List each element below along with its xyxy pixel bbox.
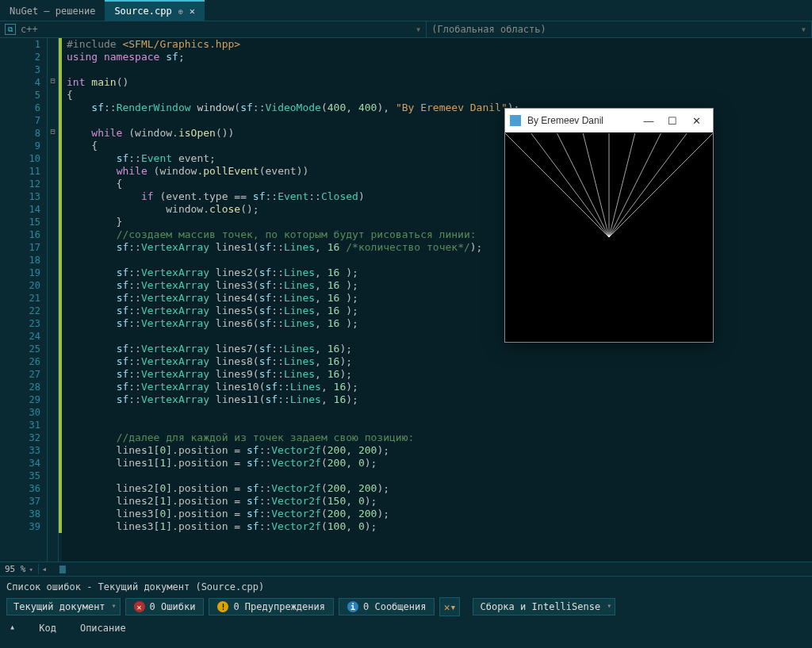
fold-toggle[interactable] bbox=[48, 406, 58, 419]
fold-toggle[interactable] bbox=[48, 165, 58, 178]
fold-toggle[interactable] bbox=[48, 216, 58, 228]
fold-toggle[interactable] bbox=[48, 89, 58, 102]
line-number: 17 bbox=[0, 241, 40, 254]
fold-toggle[interactable] bbox=[48, 368, 58, 381]
messages-filter[interactable]: i 0 Сообщения bbox=[339, 598, 435, 615]
fold-toggle[interactable] bbox=[48, 178, 58, 190]
fold-toggle[interactable] bbox=[48, 355, 58, 368]
code-line[interactable]: int main() bbox=[67, 76, 812, 89]
code-line[interactable] bbox=[67, 406, 812, 419]
fold-toggle[interactable] bbox=[48, 482, 58, 495]
line-number: 32 bbox=[0, 431, 40, 444]
code-line[interactable]: { bbox=[67, 89, 812, 102]
fold-toggle[interactable] bbox=[48, 228, 58, 241]
fold-toggle[interactable] bbox=[48, 470, 58, 482]
code-line[interactable] bbox=[67, 63, 812, 76]
line-fan bbox=[505, 132, 713, 342]
fold-toggle[interactable] bbox=[48, 495, 58, 508]
line-number: 36 bbox=[0, 482, 40, 495]
fold-toggle[interactable] bbox=[48, 381, 58, 393]
fold-toggle[interactable] bbox=[48, 51, 58, 63]
zoom-selector[interactable]: 95 % ▾ bbox=[0, 564, 39, 574]
fold-toggle[interactable] bbox=[48, 241, 58, 254]
window-titlebar[interactable]: By Eremeev Danil — ☐ ✕ bbox=[505, 109, 713, 132]
errors-filter[interactable]: ✕ 0 Ошибки bbox=[125, 598, 205, 615]
source-dropdown[interactable]: Сборка и IntelliSense bbox=[473, 598, 615, 615]
fold-toggle[interactable] bbox=[48, 317, 58, 330]
fold-toggle[interactable] bbox=[48, 102, 58, 114]
fold-toggle[interactable] bbox=[48, 330, 58, 343]
close-button[interactable]: ✕ bbox=[684, 115, 708, 127]
column-code[interactable]: Код bbox=[39, 623, 56, 634]
scroll-left-icon[interactable]: ◂ bbox=[39, 564, 50, 574]
fold-toggle[interactable] bbox=[48, 63, 58, 76]
scope-language[interactable]: ⧉ c++ ▾ bbox=[0, 21, 427, 37]
line-number: 15 bbox=[0, 216, 40, 228]
horizontal-scrollbar[interactable] bbox=[50, 564, 812, 575]
fold-toggle[interactable] bbox=[48, 140, 58, 152]
fold-toggle[interactable] bbox=[48, 343, 58, 355]
scope-global[interactable]: (Глобальная область) ▾ bbox=[427, 21, 812, 37]
code-line[interactable] bbox=[67, 470, 812, 482]
warnings-filter[interactable]: ! 0 Предупреждения bbox=[209, 598, 334, 615]
fold-toggle[interactable] bbox=[48, 152, 58, 165]
sfml-output-window[interactable]: By Eremeev Danil — ☐ ✕ bbox=[504, 108, 714, 343]
fold-column[interactable]: ⊟⊟ bbox=[48, 38, 59, 562]
code-line[interactable] bbox=[67, 419, 812, 431]
code-line[interactable]: //далее для каждой из точек задаем свою … bbox=[67, 431, 812, 444]
fold-toggle[interactable] bbox=[48, 444, 58, 457]
fold-toggle[interactable]: ⊟ bbox=[48, 76, 58, 89]
fold-toggle[interactable] bbox=[48, 266, 58, 279]
fold-toggle[interactable] bbox=[48, 254, 58, 266]
code-line[interactable]: lines1[0].position = sf::Vector2f(200, 2… bbox=[67, 444, 812, 457]
code-line[interactable]: using namespace sf; bbox=[67, 51, 812, 63]
fold-toggle[interactable] bbox=[48, 393, 58, 406]
fold-toggle[interactable]: ⊟ bbox=[48, 127, 58, 140]
fold-toggle[interactable] bbox=[48, 419, 58, 431]
code-line[interactable]: sf::VertexArray lines9(sf::Lines, 16); bbox=[67, 368, 812, 381]
fold-toggle[interactable] bbox=[48, 292, 58, 305]
line-number: 5 bbox=[0, 89, 40, 102]
clear-filter-button[interactable]: ✕▾ bbox=[439, 597, 460, 616]
pin-icon[interactable]: ⊕ bbox=[178, 7, 183, 16]
column-description[interactable]: Описание bbox=[80, 623, 126, 634]
code-line[interactable]: lines3[0].position = sf::Vector2f(200, 2… bbox=[67, 508, 812, 520]
close-icon[interactable]: ✕ bbox=[190, 6, 195, 17]
code-line[interactable]: sf::VertexArray lines7(sf::Lines, 16); bbox=[67, 343, 812, 355]
svg-line-6 bbox=[609, 133, 661, 237]
tab-source[interactable]: Source.cpp ⊕ ✕ bbox=[105, 0, 205, 21]
svg-line-7 bbox=[609, 133, 687, 237]
tab-nuget[interactable]: NuGet — решение bbox=[0, 0, 105, 21]
fold-toggle[interactable] bbox=[48, 305, 58, 317]
fold-toggle[interactable] bbox=[48, 508, 58, 520]
code-line[interactable]: lines2[1].position = sf::Vector2f(150, 0… bbox=[67, 495, 812, 508]
fold-toggle[interactable] bbox=[48, 520, 58, 533]
fold-toggle[interactable] bbox=[48, 114, 58, 127]
scroll-thumb[interactable] bbox=[59, 566, 66, 573]
window-title: By Eremeev Danil bbox=[527, 115, 637, 126]
fold-toggle[interactable] bbox=[48, 457, 58, 470]
line-number: 30 bbox=[0, 406, 40, 419]
error-list-header[interactable]: ▾ Код Описание bbox=[6, 616, 806, 640]
svg-line-8 bbox=[609, 133, 713, 237]
code-line[interactable]: lines2[0].position = sf::Vector2f(200, 2… bbox=[67, 482, 812, 495]
code-line[interactable]: lines3[1].position = sf::Vector2f(100, 0… bbox=[67, 520, 812, 533]
line-number: 23 bbox=[0, 317, 40, 330]
fold-toggle[interactable] bbox=[48, 38, 58, 51]
maximize-button[interactable]: ☐ bbox=[661, 115, 684, 127]
fold-toggle[interactable] bbox=[48, 431, 58, 444]
fold-toggle[interactable] bbox=[48, 203, 58, 216]
fold-toggle[interactable] bbox=[48, 279, 58, 292]
code-line[interactable]: lines1[1].position = sf::Vector2f(200, 0… bbox=[67, 457, 812, 470]
code-line[interactable]: sf::VertexArray lines8(sf::Lines, 16); bbox=[67, 355, 812, 368]
line-number: 39 bbox=[0, 520, 40, 533]
code-line[interactable]: sf::VertexArray lines10(sf::Lines, 16); bbox=[67, 381, 812, 393]
fold-toggle[interactable] bbox=[48, 190, 58, 203]
code-line[interactable]: #include <SFML/Graphics.hpp> bbox=[67, 38, 812, 51]
code-line[interactable]: sf::VertexArray lines11(sf::Lines, 16); bbox=[67, 393, 812, 406]
scope-dropdown[interactable]: Текущий документ bbox=[6, 598, 121, 615]
minimize-button[interactable]: — bbox=[637, 115, 661, 127]
line-number: 13 bbox=[0, 190, 40, 203]
sort-icon[interactable]: ▾ bbox=[10, 623, 15, 634]
chevron-down-icon: ▾ bbox=[416, 24, 421, 35]
